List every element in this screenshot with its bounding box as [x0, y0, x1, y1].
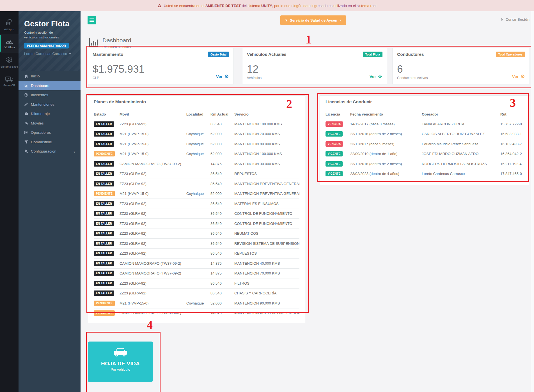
coins-icon — [5, 18, 13, 27]
license-row: VENCIDA 14/12/2017 (hace 8 meses) TANIA … — [326, 119, 524, 129]
column-header: Localidad — [186, 109, 210, 119]
rail-item-label: GESpro — [4, 28, 14, 31]
maintenance-row: EN TALLER ZZ23 (GLRV-92) 86.540 REPUESTO… — [94, 248, 299, 259]
stat-card-conductores: Conductores Total Operadores 6 Conductor… — [392, 48, 530, 84]
cell-servicio: REPUESTOS — [234, 248, 299, 259]
column-header: Km Actual — [210, 109, 234, 119]
rail-item-label: Sistema Base — [1, 65, 18, 68]
status-badge: EN TALLER — [94, 131, 114, 137]
app-root: Usted se encuentra en el AMBIENTE DE TES… — [0, 0, 534, 392]
maintenance-table: Estado Movil Localidad Km Actual Servici… — [94, 109, 299, 318]
ver-link[interactable]: Ver — [216, 74, 229, 79]
cell-servicio: REPUESTOS — [234, 169, 299, 179]
user-menu[interactable]: Loreto Cardenas Carrasco — [24, 52, 75, 56]
scrollbar-track[interactable] — [531, 11, 534, 392]
maintenance-row: EN TALLER M21 (HVVP-15-0) Coyhaique 52.0… — [94, 139, 299, 149]
cell-km: 14.875 — [210, 268, 234, 278]
status-badge: PENDIENTE — [94, 191, 115, 196]
maintenance-row: EN TALLER ZZ23 (GLRV-92) 86.540 FILTROS — [94, 278, 299, 289]
cell-servicio: MANTENCION 100.000 KMS — [234, 119, 299, 129]
sidebar-item-dashboard[interactable]: Dashboard — [19, 81, 81, 91]
stat-card-badge: Gasto Total — [208, 52, 229, 57]
main-content: Servicio de Salud de Aysen Cerrar Sesión… — [81, 11, 534, 392]
logout-button[interactable]: Cerrar Sesión — [500, 17, 530, 22]
sidebar-profile: Gestor Flota Control y gestión de vehícu… — [19, 11, 81, 71]
cell-localidad — [186, 219, 210, 229]
maintenance-row: EN TALLER ZZ23 (GLRV-92) 86.540 REPUESTO… — [94, 169, 299, 179]
column-header: Operador — [422, 109, 500, 119]
sign-out-icon — [500, 18, 504, 22]
sidebar-item-label: Móviles — [31, 121, 44, 125]
cell-km: 86.540 — [210, 219, 234, 229]
sidebar-item-combustible[interactable]: Combustible — [19, 137, 81, 147]
organization-selector-button[interactable]: Servicio de Salud de Aysen — [280, 15, 346, 25]
cell-movil: CAMION MAMOGRAFO (TW37-09-2) — [120, 159, 186, 169]
column-header: Movil — [120, 109, 186, 119]
cell-servicio: MANTENCION 100.000 KMS — [234, 149, 299, 159]
cell-localidad: Coyhaique — [186, 189, 210, 199]
cell-localidad — [186, 119, 210, 129]
sidebar-item-inicio[interactable]: Inicio — [19, 72, 81, 81]
cell-fecha: 23/11/2017 (hace 9 meses) — [350, 139, 422, 149]
annotation-number-1: 1 — [306, 34, 311, 45]
rail-item-samu-cr[interactable]: Samu CR — [0, 72, 19, 90]
stat-card-badge: Total Operadores — [496, 52, 525, 57]
logout-label: Cerrar Sesión — [506, 17, 530, 22]
app-subtitle: Control y gestión de vehículos instituci… — [24, 30, 66, 40]
organization-selector-label: Servicio de Salud de Aysen — [290, 18, 337, 22]
cell-servicio: MANTENCION 70.000 KMS — [234, 268, 299, 278]
cell-km: 86.540 — [210, 229, 234, 239]
chevron-left-icon: ‹ — [74, 149, 75, 153]
sidebar-item-label: Kilometraje — [31, 112, 50, 116]
licenses-panel: Licencias de Conducir Licencia Fecha ven… — [320, 95, 530, 185]
cell-localidad — [186, 259, 210, 269]
cell-movil: ZZ23 (GLRV-92) — [120, 278, 186, 289]
cell-rut: 16.683.983-1 — [500, 129, 524, 139]
status-badge: VIGENTE — [326, 161, 343, 167]
status-badge: VENCIDA — [326, 121, 343, 127]
sidebar-item-kilometraje[interactable]: Kilometraje — [19, 109, 81, 119]
cell-km: 14.875 — [210, 308, 234, 318]
license-row: VIGENTE 23/11/2018 (dentro de 2 meses) C… — [326, 129, 524, 139]
ver-link[interactable]: Ver — [370, 74, 382, 79]
cell-movil: CAMION MAMOGRAFO (TW37-09-2) — [120, 308, 186, 318]
cell-movil: M21 (HVVP-15-0) — [120, 298, 186, 308]
status-badge: PENDIENTE — [94, 310, 115, 316]
cell-localidad — [186, 268, 210, 278]
sidebar-item-operadores[interactable]: Operadores — [19, 128, 81, 137]
cell-servicio: MATERIALES E INSUMOS — [234, 199, 299, 209]
sidebar-item-configuracion[interactable]: Configuaración ‹ — [19, 147, 81, 156]
license-row: VIGENTE 23/02/2023 (dentro de 4 años) Lo… — [326, 169, 524, 179]
status-badge: EN TALLER — [94, 201, 114, 206]
table-header-row: Licencia Fecha vencimiento Operador Rut — [326, 109, 524, 119]
topbar-divider — [81, 33, 534, 33]
sidebar-item-label: Dashboard — [31, 84, 49, 88]
status-badge: EN TALLER — [94, 231, 114, 236]
rail-item-gesflota[interactable]: GESflota — [0, 34, 19, 53]
cell-servicio: CONTROL DE FUNCIONAMIENTO — [234, 209, 299, 219]
cell-movil: ZZ23 (GLRV-92) — [120, 229, 186, 239]
sidebar-item-label: Operadores — [31, 130, 51, 135]
cell-rut: 16.102.493-7 — [500, 139, 524, 149]
sidebar-item-incidentes[interactable]: Incidentes — [19, 90, 81, 100]
sidebar-item-moviles[interactable]: Móviles — [19, 119, 81, 128]
sidebar-item-mantenciones[interactable]: Mantenciones — [19, 100, 81, 109]
ver-link[interactable]: Ver — [512, 74, 525, 79]
cell-movil: ZZ23 (GLRV-92) — [120, 179, 186, 189]
hoja-de-vida-tile[interactable]: HOJA DE VIDA Por vehículo — [88, 342, 153, 382]
sidebar-toggle-button[interactable] — [88, 16, 96, 24]
cell-km: 52.000 — [210, 129, 234, 139]
status-badge: PENDIENTE — [94, 301, 115, 306]
maintenance-row: PENDIENTE M21 (HVVP-15-0) Coyhaique 52.0… — [94, 298, 299, 308]
cell-localidad — [186, 209, 210, 219]
rail-item-gespro[interactable]: GESpro — [0, 15, 19, 34]
license-row: VIGENTE 23/11/2018 (dentro de 2 meses) R… — [326, 159, 524, 169]
cell-localidad — [186, 239, 210, 249]
speedometer-icon — [5, 38, 14, 45]
rail-item-label: Samu CR — [3, 84, 15, 87]
stat-unit: Vehículos — [247, 76, 382, 80]
cell-servicio: REVISION SISTEMA DE SUSPENSION — [234, 239, 299, 249]
cell-movil: ZZ23 (GLRV-92) — [120, 119, 186, 129]
stat-value: 12 — [247, 63, 382, 75]
rail-item-sistema-base[interactable]: Sistema Base — [0, 53, 19, 72]
